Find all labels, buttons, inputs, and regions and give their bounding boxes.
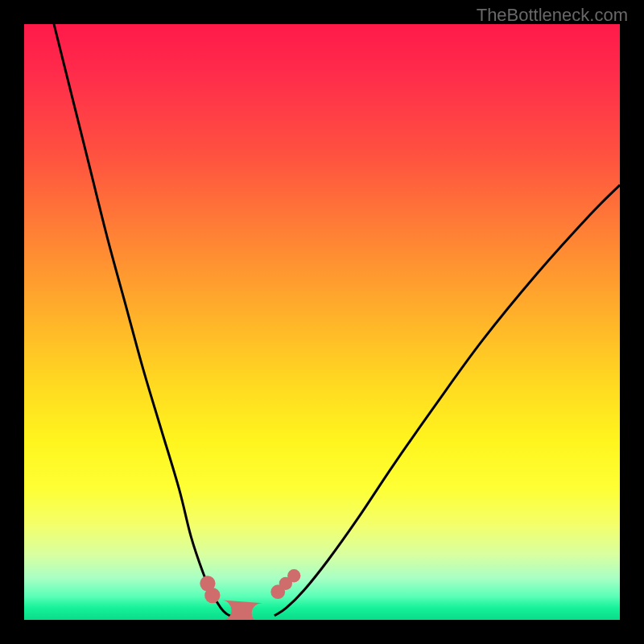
chart-plot-area <box>24 24 620 620</box>
data-markers-group <box>200 569 300 603</box>
chart-overlay-svg <box>24 24 620 620</box>
watermark-text: TheBottleneck.com <box>477 5 628 26</box>
right-curve-line <box>275 185 620 616</box>
left-curve-line <box>54 24 233 617</box>
bottom-marker-band <box>221 601 262 620</box>
data-marker <box>287 569 300 582</box>
data-marker <box>204 588 220 603</box>
